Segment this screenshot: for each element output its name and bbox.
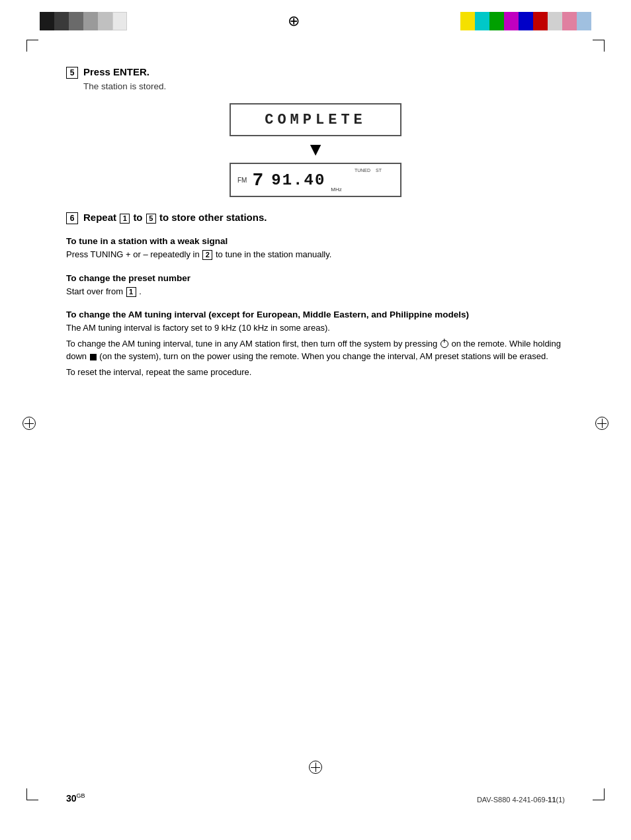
complete-text: COMPLETE xyxy=(265,112,366,128)
step-6-title: Repeat 1 to 5 to store other stations. xyxy=(83,212,267,224)
mhz-label: MHz xyxy=(331,187,341,192)
am-para2-post: (on the system), turn on the power using… xyxy=(99,351,548,361)
step-5-title: Press ENTER. xyxy=(83,66,149,77)
complete-display: COMPLETE xyxy=(230,103,401,136)
document-reference: DAV-S880 4-241-069-11(1) xyxy=(477,796,565,804)
color-swatch-yellow xyxy=(460,12,475,30)
preset-number-heading: To change the preset number xyxy=(66,273,565,283)
am-tuning-heading: To change the AM tuning interval (except… xyxy=(66,310,565,319)
am-tuning-para1: The AM tuning interval is factory set to… xyxy=(66,321,565,335)
tuner-display: FM 7 TUNED ST 91.40 MHz xyxy=(230,163,401,197)
weak-signal-box: 2 xyxy=(202,250,212,260)
color-swatch-white xyxy=(112,12,127,30)
page-number: 30GB xyxy=(66,792,85,804)
color-swatch-magenta xyxy=(504,12,519,30)
color-swatch-cyan xyxy=(475,12,489,30)
footer: 30GB DAV-S880 4-241-069-11(1) xyxy=(66,792,565,804)
am-tuning-para2: To change the AM tuning interval, tune i… xyxy=(66,337,565,363)
weak-signal-post: to tune in the station manually. xyxy=(216,249,331,259)
crosshair-right xyxy=(595,417,609,430)
step-6-block: 6 Repeat 1 to 5 to store other stations. xyxy=(66,212,565,224)
step-6-header: 6 Repeat 1 to 5 to store other stations. xyxy=(66,212,565,224)
corner-mark-bl xyxy=(26,788,38,800)
color-swatch-black1 xyxy=(40,12,54,30)
weak-signal-heading: To tune in a station with a weak signal xyxy=(66,236,565,246)
step-6-number: 6 xyxy=(66,212,78,224)
corner-mark-br xyxy=(593,788,605,800)
crosshair-symbol: ⊕ xyxy=(140,13,447,30)
step-6-repeat: Repeat xyxy=(83,212,116,223)
step-5-header: 5 Press ENTER. xyxy=(66,66,565,79)
top-color-bar: ⊕ xyxy=(40,12,591,30)
am-para2-pre: To change the AM tuning interval, tune i… xyxy=(66,339,437,349)
crosshair-bottom xyxy=(309,761,322,774)
arrow-down-icon: ▼ xyxy=(306,139,325,160)
color-swatch-black2 xyxy=(54,12,69,30)
weak-signal-pre: Press TUNING + or – repeatedly in xyxy=(66,249,200,259)
color-swatch-pink xyxy=(562,12,577,30)
preset-number-post: . xyxy=(139,286,142,296)
display-area: COMPLETE ▼ FM 7 TUNED ST 91.40 MHz xyxy=(66,103,565,197)
st-label: ST xyxy=(376,168,382,173)
step-5-number: 5 xyxy=(66,67,78,79)
frequency-display: 91.40 xyxy=(271,171,325,189)
color-swatch-gray1 xyxy=(69,12,83,30)
step-6-box5: 5 xyxy=(146,214,156,224)
preset-number-pre: Start over from xyxy=(66,286,123,296)
step-6-rest: to store other stations. xyxy=(159,212,267,223)
step-5-description: The station is stored. xyxy=(83,81,565,91)
preset-number-box: 1 xyxy=(126,287,136,297)
preset-number-body: Start over from 1 . xyxy=(66,285,565,298)
freq-indicators: TUNED ST xyxy=(355,168,382,173)
corner-mark-tl xyxy=(26,40,38,52)
corner-mark-tr xyxy=(593,40,605,52)
step-6-box1: 1 xyxy=(120,214,130,224)
tuned-label: TUNED xyxy=(355,168,370,173)
color-swatch-gray3 xyxy=(98,12,112,30)
weak-signal-body: Press TUNING + or – repeatedly in 2 to t… xyxy=(66,248,565,261)
channel-number: 7 xyxy=(252,170,263,190)
color-swatch-green xyxy=(489,12,504,30)
fm-label: FM xyxy=(237,177,247,184)
color-swatch-red xyxy=(533,12,548,30)
color-swatch-blue xyxy=(519,12,533,30)
step-6-to: to xyxy=(133,212,142,223)
color-swatch-ltgray xyxy=(548,12,562,30)
crosshair-left xyxy=(22,417,36,430)
power-icon xyxy=(441,340,448,348)
main-content: 5 Press ENTER. The station is stored. CO… xyxy=(66,53,565,381)
am-tuning-para3: To reset the interval, repeat the same p… xyxy=(66,366,565,379)
color-swatch-gray2 xyxy=(83,12,98,30)
color-swatch-ltblue xyxy=(577,12,591,30)
stop-icon xyxy=(90,354,97,360)
color-strip-right xyxy=(460,12,591,30)
step-5-block: 5 Press ENTER. The station is stored. xyxy=(66,66,565,91)
color-strip-left xyxy=(40,12,127,30)
